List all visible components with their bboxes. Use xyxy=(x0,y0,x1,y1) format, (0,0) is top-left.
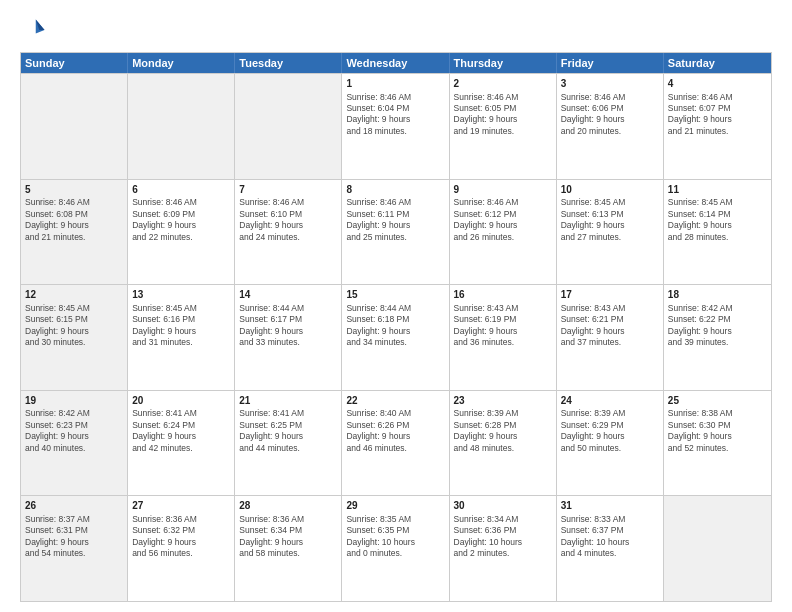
day-number: 2 xyxy=(454,77,552,91)
day-info: Sunrise: 8:38 AM Sunset: 6:30 PM Dayligh… xyxy=(668,408,767,454)
calendar-day-cell: 22Sunrise: 8:40 AM Sunset: 6:26 PM Dayli… xyxy=(342,391,449,496)
calendar-day-cell: 8Sunrise: 8:46 AM Sunset: 6:11 PM Daylig… xyxy=(342,180,449,285)
calendar-day-cell: 25Sunrise: 8:38 AM Sunset: 6:30 PM Dayli… xyxy=(664,391,771,496)
day-info: Sunrise: 8:43 AM Sunset: 6:21 PM Dayligh… xyxy=(561,303,659,349)
calendar-empty-cell xyxy=(128,74,235,179)
calendar-day-cell: 12Sunrise: 8:45 AM Sunset: 6:15 PM Dayli… xyxy=(21,285,128,390)
day-info: Sunrise: 8:37 AM Sunset: 6:31 PM Dayligh… xyxy=(25,514,123,560)
day-number: 15 xyxy=(346,288,444,302)
day-info: Sunrise: 8:44 AM Sunset: 6:17 PM Dayligh… xyxy=(239,303,337,349)
day-number: 17 xyxy=(561,288,659,302)
logo-icon xyxy=(20,16,48,44)
day-number: 10 xyxy=(561,183,659,197)
calendar-day-cell: 18Sunrise: 8:42 AM Sunset: 6:22 PM Dayli… xyxy=(664,285,771,390)
calendar-empty-cell xyxy=(235,74,342,179)
calendar-day-cell: 6Sunrise: 8:46 AM Sunset: 6:09 PM Daylig… xyxy=(128,180,235,285)
calendar-day-cell: 30Sunrise: 8:34 AM Sunset: 6:36 PM Dayli… xyxy=(450,496,557,601)
page: SundayMondayTuesdayWednesdayThursdayFrid… xyxy=(0,0,792,612)
calendar-day-cell: 2Sunrise: 8:46 AM Sunset: 6:05 PM Daylig… xyxy=(450,74,557,179)
calendar-day-cell: 16Sunrise: 8:43 AM Sunset: 6:19 PM Dayli… xyxy=(450,285,557,390)
day-number: 27 xyxy=(132,499,230,513)
day-info: Sunrise: 8:34 AM Sunset: 6:36 PM Dayligh… xyxy=(454,514,552,560)
day-info: Sunrise: 8:45 AM Sunset: 6:16 PM Dayligh… xyxy=(132,303,230,349)
day-number: 22 xyxy=(346,394,444,408)
calendar-empty-cell xyxy=(21,74,128,179)
weekday-header: Thursday xyxy=(450,53,557,73)
calendar-row: 12Sunrise: 8:45 AM Sunset: 6:15 PM Dayli… xyxy=(21,284,771,390)
day-number: 16 xyxy=(454,288,552,302)
calendar-day-cell: 9Sunrise: 8:46 AM Sunset: 6:12 PM Daylig… xyxy=(450,180,557,285)
day-number: 28 xyxy=(239,499,337,513)
day-info: Sunrise: 8:46 AM Sunset: 6:07 PM Dayligh… xyxy=(668,92,767,138)
day-info: Sunrise: 8:45 AM Sunset: 6:14 PM Dayligh… xyxy=(668,197,767,243)
calendar-day-cell: 23Sunrise: 8:39 AM Sunset: 6:28 PM Dayli… xyxy=(450,391,557,496)
day-info: Sunrise: 8:39 AM Sunset: 6:28 PM Dayligh… xyxy=(454,408,552,454)
day-number: 21 xyxy=(239,394,337,408)
day-info: Sunrise: 8:44 AM Sunset: 6:18 PM Dayligh… xyxy=(346,303,444,349)
day-info: Sunrise: 8:33 AM Sunset: 6:37 PM Dayligh… xyxy=(561,514,659,560)
calendar-day-cell: 3Sunrise: 8:46 AM Sunset: 6:06 PM Daylig… xyxy=(557,74,664,179)
calendar-day-cell: 20Sunrise: 8:41 AM Sunset: 6:24 PM Dayli… xyxy=(128,391,235,496)
calendar-day-cell: 7Sunrise: 8:46 AM Sunset: 6:10 PM Daylig… xyxy=(235,180,342,285)
day-number: 6 xyxy=(132,183,230,197)
day-info: Sunrise: 8:39 AM Sunset: 6:29 PM Dayligh… xyxy=(561,408,659,454)
day-number: 30 xyxy=(454,499,552,513)
calendar-day-cell: 31Sunrise: 8:33 AM Sunset: 6:37 PM Dayli… xyxy=(557,496,664,601)
day-number: 11 xyxy=(668,183,767,197)
calendar-day-cell: 4Sunrise: 8:46 AM Sunset: 6:07 PM Daylig… xyxy=(664,74,771,179)
calendar-day-cell: 27Sunrise: 8:36 AM Sunset: 6:32 PM Dayli… xyxy=(128,496,235,601)
day-info: Sunrise: 8:36 AM Sunset: 6:32 PM Dayligh… xyxy=(132,514,230,560)
day-info: Sunrise: 8:42 AM Sunset: 6:22 PM Dayligh… xyxy=(668,303,767,349)
calendar-row: 19Sunrise: 8:42 AM Sunset: 6:23 PM Dayli… xyxy=(21,390,771,496)
calendar-day-cell: 5Sunrise: 8:46 AM Sunset: 6:08 PM Daylig… xyxy=(21,180,128,285)
calendar-day-cell: 10Sunrise: 8:45 AM Sunset: 6:13 PM Dayli… xyxy=(557,180,664,285)
calendar-body: 1Sunrise: 8:46 AM Sunset: 6:04 PM Daylig… xyxy=(21,73,771,601)
day-info: Sunrise: 8:46 AM Sunset: 6:05 PM Dayligh… xyxy=(454,92,552,138)
day-number: 24 xyxy=(561,394,659,408)
day-info: Sunrise: 8:35 AM Sunset: 6:35 PM Dayligh… xyxy=(346,514,444,560)
weekday-header: Friday xyxy=(557,53,664,73)
day-number: 1 xyxy=(346,77,444,91)
day-number: 12 xyxy=(25,288,123,302)
day-info: Sunrise: 8:40 AM Sunset: 6:26 PM Dayligh… xyxy=(346,408,444,454)
day-number: 18 xyxy=(668,288,767,302)
calendar-day-cell: 1Sunrise: 8:46 AM Sunset: 6:04 PM Daylig… xyxy=(342,74,449,179)
day-number: 4 xyxy=(668,77,767,91)
header xyxy=(20,16,772,44)
day-number: 20 xyxy=(132,394,230,408)
day-info: Sunrise: 8:46 AM Sunset: 6:12 PM Dayligh… xyxy=(454,197,552,243)
calendar-day-cell: 24Sunrise: 8:39 AM Sunset: 6:29 PM Dayli… xyxy=(557,391,664,496)
day-number: 23 xyxy=(454,394,552,408)
day-info: Sunrise: 8:36 AM Sunset: 6:34 PM Dayligh… xyxy=(239,514,337,560)
calendar-day-cell: 17Sunrise: 8:43 AM Sunset: 6:21 PM Dayli… xyxy=(557,285,664,390)
day-info: Sunrise: 8:42 AM Sunset: 6:23 PM Dayligh… xyxy=(25,408,123,454)
day-info: Sunrise: 8:43 AM Sunset: 6:19 PM Dayligh… xyxy=(454,303,552,349)
day-number: 25 xyxy=(668,394,767,408)
calendar-day-cell: 29Sunrise: 8:35 AM Sunset: 6:35 PM Dayli… xyxy=(342,496,449,601)
calendar: SundayMondayTuesdayWednesdayThursdayFrid… xyxy=(20,52,772,602)
day-number: 3 xyxy=(561,77,659,91)
weekday-header: Sunday xyxy=(21,53,128,73)
day-number: 26 xyxy=(25,499,123,513)
calendar-row: 5Sunrise: 8:46 AM Sunset: 6:08 PM Daylig… xyxy=(21,179,771,285)
logo xyxy=(20,16,52,44)
day-number: 9 xyxy=(454,183,552,197)
calendar-day-cell: 19Sunrise: 8:42 AM Sunset: 6:23 PM Dayli… xyxy=(21,391,128,496)
day-info: Sunrise: 8:46 AM Sunset: 6:06 PM Dayligh… xyxy=(561,92,659,138)
day-info: Sunrise: 8:46 AM Sunset: 6:04 PM Dayligh… xyxy=(346,92,444,138)
day-info: Sunrise: 8:46 AM Sunset: 6:09 PM Dayligh… xyxy=(132,197,230,243)
calendar-day-cell: 14Sunrise: 8:44 AM Sunset: 6:17 PM Dayli… xyxy=(235,285,342,390)
calendar-empty-cell xyxy=(664,496,771,601)
calendar-header: SundayMondayTuesdayWednesdayThursdayFrid… xyxy=(21,53,771,73)
calendar-row: 26Sunrise: 8:37 AM Sunset: 6:31 PM Dayli… xyxy=(21,495,771,601)
calendar-day-cell: 26Sunrise: 8:37 AM Sunset: 6:31 PM Dayli… xyxy=(21,496,128,601)
day-number: 8 xyxy=(346,183,444,197)
day-number: 7 xyxy=(239,183,337,197)
day-number: 19 xyxy=(25,394,123,408)
day-info: Sunrise: 8:45 AM Sunset: 6:13 PM Dayligh… xyxy=(561,197,659,243)
weekday-header: Monday xyxy=(128,53,235,73)
weekday-header: Saturday xyxy=(664,53,771,73)
calendar-row: 1Sunrise: 8:46 AM Sunset: 6:04 PM Daylig… xyxy=(21,73,771,179)
day-info: Sunrise: 8:46 AM Sunset: 6:08 PM Dayligh… xyxy=(25,197,123,243)
calendar-day-cell: 11Sunrise: 8:45 AM Sunset: 6:14 PM Dayli… xyxy=(664,180,771,285)
